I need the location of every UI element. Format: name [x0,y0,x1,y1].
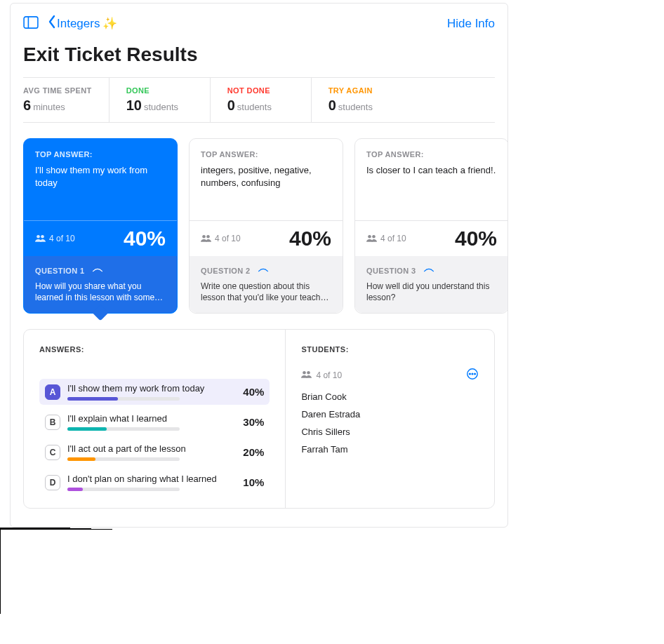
student-name[interactable]: Farrah Tam [301,444,479,455]
answer-bar [67,427,180,431]
students-count: 4 of 10 [301,370,342,380]
answer-row[interactable]: C I'll act out a part of the lesson 20% [39,439,270,465]
question-text: Write one question about this lesson tha… [201,281,331,303]
students-list: Brian CookDaren EstradaChris SillersFarr… [301,391,479,455]
stat-label: DONE [126,86,193,95]
answer-bar [67,457,180,461]
stat-label: TRY AGAIN [328,86,396,95]
answer-percent: 10% [232,476,264,488]
top-answer-label: TOP ANSWER: [35,150,166,159]
top-answer-label: TOP ANSWER: [201,150,331,159]
respondent-count: 4 of 10 [366,234,406,243]
students-header: 4 of 10 [301,368,479,383]
callout-line [0,530,1,614]
students-label: STUDENTS: [301,345,479,354]
answer-row[interactable]: A I'll show them my work from today 40% [39,379,270,405]
answer-text: I don't plan on sharing what I learned [67,474,225,484]
stat-value: 6minutes [23,98,92,114]
answer-percent: 20% [232,446,264,458]
back-button[interactable]: Integers ✨ [47,15,117,32]
more-icon[interactable] [466,368,479,383]
respondent-count: 4 of 10 [35,234,75,243]
chevron-left-icon [47,15,57,32]
top-answer-label: TOP ANSWER: [366,150,497,159]
stat-value: 0students [227,98,294,114]
detail-panel: ANSWERS: A I'll show them my work from t… [23,329,495,509]
question-label: QUESTION 2 [201,267,251,275]
answers-list: A I'll show them my work from today 40% … [39,379,270,495]
answer-letter: D [45,475,60,490]
expand-icon [423,263,434,276]
percentage: 40% [289,227,331,250]
answers-panel: ANSWERS: A I'll show them my work from t… [24,330,285,508]
percentage: 40% [455,227,497,250]
students-panel: STUDENTS: 4 of 10 Brian CookDaren Estrad… [285,330,494,508]
top-bar-left: Integers ✨ [23,15,117,32]
svg-point-8 [303,371,307,375]
app-window: Integers ✨ Hide Info Exit Ticket Results… [10,3,508,528]
answer-row[interactable]: B I'll explain what I learned 30% [39,409,270,435]
answer-text: I'll act out a part of the lesson [67,443,225,454]
answer-letter: A [45,384,60,400]
svg-point-5 [206,235,210,239]
question-card[interactable]: TOP ANSWER: integers, positive, negative… [189,138,343,314]
stat-done: DONE 10students [126,78,211,122]
answer-letter: B [45,415,60,430]
answers-label: ANSWERS: [39,345,270,354]
answer-text: I'll explain what I learned [67,413,225,424]
question-card[interactable]: TOP ANSWER: I'll show them my work from … [23,138,178,314]
stat-label: AVG TIME SPENT [23,86,92,95]
answer-text: I'll show them my work from today [67,383,225,394]
svg-rect-0 [24,16,38,27]
question-text: How will you share what you learned in t… [35,281,166,303]
expand-icon [258,263,269,276]
top-answer-text: Is closer to I can teach a friend!. [366,164,497,177]
stat-try-again: TRY AGAIN 0students [328,78,413,122]
callout-line [0,529,112,530]
svg-point-11 [470,373,471,375]
student-name[interactable]: Daren Estrada [301,409,479,420]
back-label: Integers [57,17,100,31]
svg-point-2 [36,235,40,239]
svg-point-9 [307,371,311,375]
stat-value: 0students [328,98,396,114]
top-answer-text: I'll show them my work from today [35,164,166,189]
sidebar-toggle-icon[interactable] [23,16,39,32]
stats-bar: AVG TIME SPENT 6minutes DONE 10students … [23,77,495,123]
question-label: QUESTION 1 [35,267,85,275]
stat-not-done: NOT DONE 0students [227,78,312,122]
stat-label: NOT DONE [227,86,294,95]
answer-letter: C [45,445,60,460]
answer-percent: 40% [232,386,264,398]
question-text: How well did you understand this lesson? [366,281,497,303]
percentage: 40% [124,227,166,250]
question-cards: TOP ANSWER: I'll show them my work from … [11,123,507,329]
svg-point-4 [202,235,206,239]
people-icon [301,370,312,380]
answer-row[interactable]: D I don't plan on sharing what I learned… [39,469,270,495]
hide-info-button[interactable]: Hide Info [447,17,495,31]
answer-percent: 30% [232,416,264,428]
page-title: Exit Ticket Results [11,39,507,77]
svg-point-12 [472,373,473,375]
expand-icon [92,263,103,276]
sparkle-icon: ✨ [102,16,117,31]
answer-bar [67,488,180,491]
student-name[interactable]: Brian Cook [301,391,479,402]
respondent-count: 4 of 10 [201,234,241,243]
top-answer-text: integers, positive, negative, numbers, c… [201,164,331,189]
svg-point-13 [474,373,476,375]
svg-point-6 [368,235,371,239]
stat-avg-time: AVG TIME SPENT 6minutes [23,78,109,122]
svg-point-3 [41,235,44,239]
svg-point-7 [372,235,376,239]
top-bar: Integers ✨ Hide Info [11,15,507,39]
answer-bar [67,397,180,401]
question-label: QUESTION 3 [366,267,416,275]
stat-value: 10students [126,98,193,114]
student-name[interactable]: Chris Sillers [301,427,479,437]
question-card[interactable]: TOP ANSWER: Is closer to I can teach a f… [354,138,508,314]
